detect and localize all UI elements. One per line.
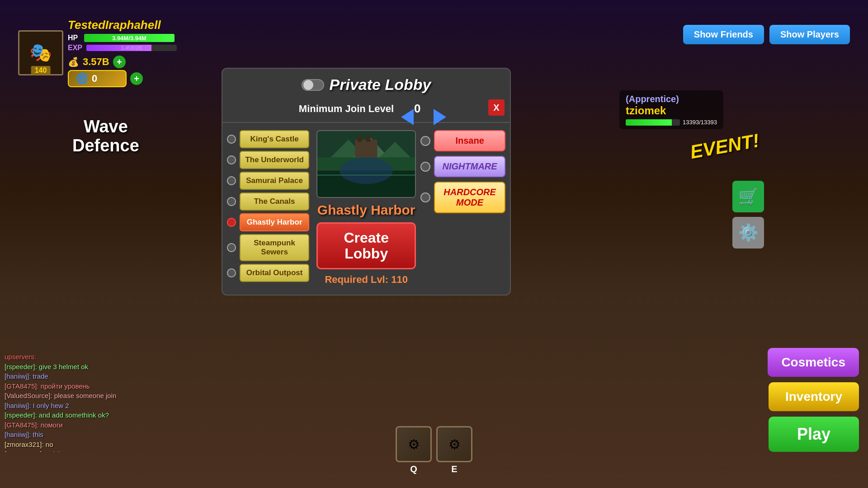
hotbar-slot[interactable]: ⚙: [396, 426, 432, 462]
exp-label: EXP: [68, 44, 84, 52]
player-name: TestedIraphahell: [68, 18, 177, 32]
beli-amount: 3.57B: [83, 56, 109, 68]
modal-body: King's CastleThe UnderworldSamurai Palac…: [222, 123, 510, 286]
svg-point-6: [340, 157, 393, 184]
map-radio: [227, 218, 236, 227]
chat-message: [GTA8475]: пройти уровень: [5, 382, 163, 391]
map-name-button[interactable]: Samurai Palace: [240, 172, 309, 190]
hotbar: ⚙Q⚙E: [396, 426, 472, 474]
chat-message: [rspeeder]: and add somethink ok?: [5, 411, 163, 420]
other-player-hp-text: 13393/13393: [683, 119, 717, 126]
chat-message: [haniiwj]: trade: [5, 372, 163, 381]
hotbar-slot[interactable]: ⚙: [436, 426, 472, 462]
inventory-button[interactable]: Inventory: [769, 382, 859, 411]
chat-message: [haniiwj]: I only hew 2: [5, 401, 163, 410]
map-item[interactable]: King's Castle: [227, 130, 309, 148]
other-player-hp-fill: [626, 119, 672, 126]
event-badge: EVENT!: [690, 136, 760, 157]
close-modal-button[interactable]: X: [488, 99, 505, 116]
create-lobby-button[interactable]: CreateLobby: [316, 222, 416, 269]
hp-bar: [84, 34, 175, 42]
gem-plus-button[interactable]: +: [130, 72, 143, 85]
hotbar-key: Q: [410, 464, 417, 474]
other-player-hp-bar: [626, 119, 680, 126]
map-list: King's CastleThe UnderworldSamurai Palac…: [227, 130, 312, 284]
svg-rect-8: [358, 135, 362, 142]
chat-panel: upservers:[rspeeder]: give 3 helmet ok[h…: [5, 352, 163, 452]
difficulty-panel: InsaneNIGHTMAREHARDCORE MODE: [420, 130, 505, 286]
other-player-name: tziomek: [626, 104, 717, 117]
cosmetics-button[interactable]: Cosmetics: [768, 348, 859, 377]
lobby-modal: Private Lobby Minimum Join Level 0 King'…: [222, 68, 511, 296]
show-friends-button[interactable]: Show Friends: [683, 25, 764, 44]
chat-message: upservers:: [5, 352, 163, 361]
map-item[interactable]: Ghastly Harbor: [227, 213, 309, 231]
chat-message: [rspeeder]: give 3 helmet ok: [5, 362, 163, 371]
map-radio: [227, 243, 236, 252]
wave-defence-label: WaveDefence: [72, 117, 139, 155]
right-side-buttons: Cosmetics Inventory Play: [768, 348, 859, 452]
settings-gear-button[interactable]: ⚙️: [732, 217, 764, 249]
difficulty-button-hardcore[interactable]: HARDCORE MODE: [434, 182, 505, 213]
map-radio: [227, 197, 236, 206]
beli-plus-button[interactable]: +: [113, 56, 126, 68]
shop-cart-button[interactable]: 🛒: [732, 181, 764, 212]
map-name-button[interactable]: The Underworld: [240, 151, 309, 169]
private-lobby-label: Private Lobby: [330, 76, 431, 94]
other-player-panel: (Apprentice) tziomek 13393/13393: [619, 90, 723, 129]
chat-message: [zmorax321]: polska: [5, 450, 163, 452]
map-name-button[interactable]: King's Castle: [240, 130, 309, 148]
map-item[interactable]: The Underworld: [227, 151, 309, 169]
toggle-knob: [303, 80, 313, 90]
difficulty-radio: [420, 136, 430, 146]
difficulty-item[interactable]: NIGHTMARE: [420, 156, 505, 177]
hotbar-key: E: [451, 464, 457, 474]
play-button[interactable]: Play: [769, 417, 859, 452]
map-name-button[interactable]: Ghastly Harbor: [240, 213, 309, 231]
difficulty-button-nightmare[interactable]: NIGHTMARE: [434, 156, 505, 177]
other-player-title: (Apprentice): [626, 94, 717, 104]
difficulty-button-insane[interactable]: Insane: [434, 130, 505, 151]
hotbar-item: ⚙E: [436, 426, 472, 474]
level-value: 0: [408, 102, 426, 116]
show-players-button[interactable]: Show Players: [769, 25, 850, 44]
private-lobby-toggle[interactable]: [302, 79, 324, 91]
player-level: 140: [31, 66, 51, 75]
gem-count: 0: [92, 73, 97, 84]
chat-message: [GTA8475]: помоги: [5, 421, 163, 430]
min-join-label: Minimum Join Level: [299, 103, 394, 115]
map-name-button[interactable]: Steampunk Sewers: [240, 234, 309, 261]
map-item[interactable]: The Canals: [227, 192, 309, 211]
hp-label: HP: [68, 34, 81, 42]
map-item[interactable]: Steampunk Sewers: [227, 234, 309, 261]
map-item[interactable]: Samurai Palace: [227, 172, 309, 190]
difficulty-item[interactable]: Insane: [420, 130, 505, 151]
exp-fill: [86, 45, 151, 51]
beli-icon: 💰: [68, 56, 79, 67]
right-arrow-icon: [434, 109, 446, 125]
map-name-button[interactable]: The Canals: [240, 192, 309, 211]
player-panel: 🎭 140 TestedIraphahell HP 3.94M/3.94M EX…: [18, 18, 177, 87]
player-avatar: 🎭 140: [18, 30, 63, 75]
map-radio: [227, 268, 236, 277]
map-item[interactable]: Orbital Outpost: [227, 264, 309, 282]
difficulty-item[interactable]: HARDCORE MODE: [420, 182, 505, 213]
map-name-button[interactable]: Orbital Outpost: [240, 264, 309, 282]
gem-box: 🌀 0: [68, 70, 127, 87]
min-level-row: Minimum Join Level 0: [222, 98, 510, 123]
map-radio: [227, 176, 236, 185]
difficulty-radio: [420, 192, 430, 202]
player-info: TestedIraphahell HP 3.94M/3.94M EXP: [68, 18, 177, 87]
private-lobby-row: Private Lobby: [222, 69, 510, 98]
required-level: Required Lvl: 110: [325, 274, 407, 286]
difficulty-radio: [420, 162, 430, 172]
map-radio: [227, 135, 236, 144]
map-radio: [227, 155, 236, 164]
map-preview: Ghastly Harbor CreateLobby Required Lvl:…: [312, 130, 420, 286]
hp-fill: [84, 34, 175, 42]
selected-map-name: Ghastly Harbor: [317, 202, 415, 218]
svg-rect-9: [366, 135, 371, 142]
hotbar-item: ⚙Q: [396, 426, 432, 474]
svg-rect-7: [355, 140, 377, 157]
top-right-buttons: Show Friends Show Players: [683, 25, 850, 44]
